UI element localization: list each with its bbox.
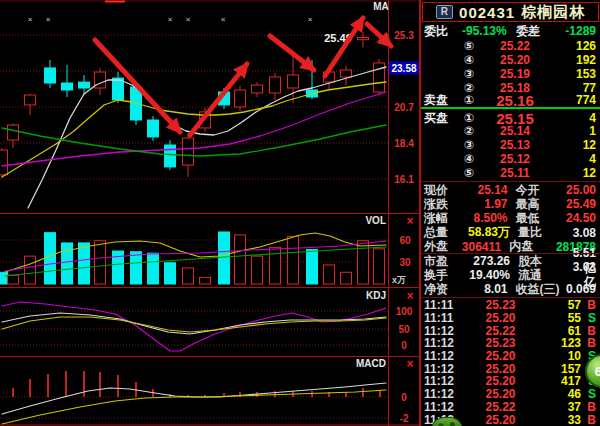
vol-pane-label: VOL — [365, 215, 386, 226]
trade-row: 11:1225.2046S — [424, 388, 596, 401]
quote-value: 0.069 — [566, 282, 596, 296]
level-icon: ③ — [456, 138, 482, 152]
axis-label: 0 — [401, 392, 407, 403]
bid-volume: 4 — [548, 152, 596, 166]
prev-close-value: 23.58 — [391, 63, 416, 74]
event-mark: × — [308, 15, 313, 24]
axis-label: 0 — [401, 340, 407, 351]
quote-value: 306411 — [458, 240, 501, 254]
stock-title-bar: R 002431 棕榈园林 — [422, 2, 599, 22]
quote-label: 净资 — [424, 281, 461, 298]
ask-row[interactable]: ③25.19153 — [424, 67, 596, 81]
event-mark: × — [168, 15, 173, 24]
bid-row[interactable]: ⑤25.1112 — [424, 166, 596, 180]
axis-label: 20.7 — [394, 102, 414, 113]
close-vol-icon[interactable]: × — [406, 214, 413, 228]
weibi-row: 委比 -95.13% 委差 -1289 — [424, 24, 596, 38]
event-mark: × — [46, 15, 51, 24]
bid1-volume: 4 — [548, 111, 596, 125]
level-icon: ④ — [456, 152, 482, 166]
trade-tick-list[interactable]: 11:1125.2357B11:1125.2055S11:1225.2261B1… — [424, 299, 596, 426]
level-icon: ⑤ — [456, 166, 482, 180]
bid-volume: 1 — [548, 124, 596, 138]
ask-price: 25.20 — [482, 53, 548, 67]
axis-label: -2 — [400, 413, 409, 424]
ask1-volume: 774 — [548, 93, 596, 107]
level-icon: ② — [456, 124, 482, 138]
bid-price: 25.13 — [482, 138, 548, 152]
bid-levels: ②25.141③25.1312④25.124⑤25.1112 — [424, 124, 596, 180]
kdj-pane-label: KDJ — [366, 290, 386, 301]
trade-row: 11:1225.20157S — [424, 362, 596, 375]
quote-label: 收益(三) — [507, 281, 565, 298]
sell-label: 卖盘 — [424, 92, 456, 109]
ask-volume: 153 — [548, 67, 596, 81]
quote-value: 25.49 — [566, 197, 596, 211]
quote-value: 1.97 — [461, 197, 508, 211]
margin-r-badge: R — [436, 5, 453, 19]
trade-row: 11:1225.2237B — [424, 401, 596, 414]
trade-volume: 33 — [539, 413, 581, 426]
annotation-arrow — [325, 18, 363, 76]
stock-name: 棕榈园林 — [521, 3, 585, 22]
axis-label: 18.4 — [394, 138, 414, 149]
axis-label: 60 — [399, 235, 411, 246]
bid-price: 25.14 — [482, 124, 548, 138]
trade-row: 11:1225.2010S — [424, 350, 596, 363]
section-divider — [421, 253, 600, 254]
ask-price: 25.22 — [482, 39, 548, 53]
level-1-icon: ① — [456, 93, 482, 107]
trade-row: 11:1225.23123B — [424, 337, 596, 350]
axis-label: 16.1 — [394, 174, 414, 185]
axis-label: 25.3 — [394, 30, 414, 41]
axis-label: 50 — [398, 324, 410, 335]
close-kdj-icon[interactable]: × — [406, 289, 413, 303]
level-1-icon: ① — [456, 111, 482, 125]
bid-row[interactable]: ②25.141 — [424, 124, 596, 138]
bid-volume: 12 — [548, 166, 596, 180]
quote-value: 25.00 — [566, 183, 596, 197]
macd-pane-label: MACD — [356, 358, 386, 369]
quote-value: 3.08 — [570, 226, 596, 240]
ask-levels: ⑤25.22126④25.20192③25.19153②25.1877 — [424, 39, 596, 95]
ask1-price: 25.16 — [482, 92, 548, 109]
event-mark: × — [28, 15, 33, 24]
level-icon: ④ — [456, 53, 482, 67]
trade-row: 11:1225.20417S — [424, 375, 596, 388]
ask-row[interactable]: ⑤25.22126 — [424, 39, 596, 53]
vol-unit-label: x万 — [392, 275, 406, 285]
trade-side: B — [581, 413, 596, 426]
ask-volume: 126 — [548, 39, 596, 53]
bid-price: 25.11 — [482, 166, 548, 180]
weibi-label: 委比 — [424, 23, 462, 40]
sell-1-row[interactable]: 卖盘 ① 25.16 774 — [424, 93, 596, 107]
axis-label: 30 — [399, 257, 411, 268]
ask-row[interactable]: ④25.20192 — [424, 53, 596, 67]
weicha-value: -1289 — [560, 24, 596, 38]
stock-code: 002431 — [459, 4, 515, 21]
event-mark: × — [221, 15, 226, 24]
weicha-label: 委差 — [506, 23, 560, 40]
event-mark: × — [186, 15, 191, 24]
buy-1-row[interactable]: 买盘 ① 25.15 4 — [424, 111, 596, 125]
quote-value: 8.01 — [461, 282, 508, 296]
stock-terminal-window: ××××××25.320.718.416.123.58MA25.496030x万… — [0, 0, 600, 426]
bid-row[interactable]: ④25.124 — [424, 152, 596, 166]
ask-price: 25.19 — [482, 67, 548, 81]
level-icon: ③ — [456, 67, 482, 81]
bid-row[interactable]: ③25.1312 — [424, 138, 596, 152]
quote-value: 24.50 — [566, 211, 596, 225]
close-macd-icon[interactable]: × — [406, 357, 413, 371]
quote-value: 19.40% — [462, 268, 510, 282]
ask-volume: 192 — [548, 53, 596, 67]
kline-chart-area[interactable]: ××××××25.320.718.416.123.58MA25.496030x万… — [0, 0, 420, 426]
bid-volume: 12 — [548, 138, 596, 152]
trade-row: 11:1225.2261B — [424, 324, 596, 337]
bid-price: 25.12 — [482, 152, 548, 166]
quote-grid: 现价25.14今开25.00涨跌1.97最高25.49涨幅8.50%最低24.5… — [424, 183, 596, 297]
weibi-value: -95.13% — [462, 24, 506, 38]
quote-row: 净资8.01收益(三)0.069 — [424, 282, 596, 296]
quote-value: 25.14 — [461, 183, 508, 197]
trade-row: 11:1125.2357B — [424, 299, 596, 312]
trade-row: 11:1125.2055S — [424, 312, 596, 325]
